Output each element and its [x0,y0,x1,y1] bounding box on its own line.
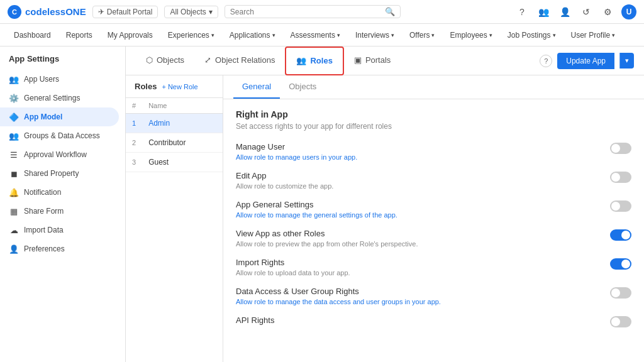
toggle-slider [610,258,631,270]
sidebar-label-groups: Groups & Data Access [24,131,100,140]
right-info: API Rights [236,315,602,327]
toggle-slider [610,316,631,327]
sidebar-item-shared-property[interactable]: ◼ Shared Property [0,164,125,183]
right-item-edit-app: Edit App Allow role to customize the app… [236,171,631,190]
portal-selector[interactable]: ✈ Default Portal [92,6,158,18]
nav-bar: Dashboard Reports My Approvals Experienc… [0,24,644,47]
sidebar-item-share-form[interactable]: ▦ Share Form [0,202,125,221]
model-icon: 🔷 [9,112,19,122]
nav-user-profile[interactable]: User Profile ▾ [565,28,622,42]
tab-object-relations[interactable]: ⤢ Object Relations [194,47,285,75]
new-role-button[interactable]: + New Role [162,83,197,90]
sidebar-item-groups[interactable]: 👥 Groups & Data Access [0,126,125,145]
tab-portals-label: Portals [365,55,391,65]
right-desc: Allow role to manage the data access and… [236,298,602,305]
sidebar-label-share-form: Share Form [24,207,64,216]
sidebar-item-notification[interactable]: 🔔 Notification [0,183,125,202]
sidebar-item-app-users[interactable]: 👥 App Users [0,70,125,89]
sidebar-label-app-model: App Model [24,112,62,121]
roles-sidebar: Roles + New Role # Name 1 Admin [126,75,223,362]
portal-label: Default Portal [107,8,153,16]
rights-section-title: Right in App [236,109,631,119]
right-info: Import Rights Allow role to upload data … [236,258,602,277]
roles-table: # Name 1 Admin 2 Contributor [126,98,223,172]
row-name: Guest [142,153,223,172]
toggle-api-rights[interactable] [610,316,631,327]
toggle-manage-user[interactable] [610,143,631,154]
toggle-view-as-roles[interactable] [610,229,631,241]
right-info: Edit App Allow role to customize the app… [236,171,602,190]
search-input[interactable] [230,8,381,16]
import-icon: ☁ [9,225,19,235]
right-name: Import Rights [236,258,602,267]
toggle-edit-app[interactable] [610,172,631,183]
rights-tab-objects[interactable]: Objects [280,75,325,99]
right-item-import-rights: Import Rights Allow role to upload data … [236,258,631,277]
roles-header: Roles + New Role [126,75,223,98]
col-num: # [126,98,142,114]
table-row[interactable]: 3 Guest [126,153,223,172]
sidebar-item-import-data[interactable]: ☁ Import Data [0,221,125,239]
row-name: Admin [142,114,223,133]
avatar[interactable]: U [621,4,636,19]
right-name: Data Access & User Group Rights [236,287,602,296]
update-app-dropdown-button[interactable]: ▾ [619,53,634,69]
person-icon[interactable]: 👤 [557,4,572,19]
right-item-app-general: App General Settings Allow role to manag… [236,200,631,219]
settings-icon[interactable]: ⚙ [600,4,615,19]
rights-tab-general[interactable]: General [233,75,280,99]
property-icon: ◼ [9,168,19,178]
chevron-down-icon: ▾ [337,32,340,38]
logo-icon: C [8,5,21,19]
right-item-api-rights: API Rights [236,315,631,327]
nav-applications[interactable]: Applications ▾ [223,28,282,42]
sidebar-item-approval-workflow[interactable]: ☰ Approval Workflow [0,145,125,164]
nav-job-postings[interactable]: Job Postings ▾ [501,28,562,42]
nav-employees[interactable]: Employees ▾ [443,28,498,42]
sidebar-label-shared-property: Shared Property [24,169,79,178]
portals-icon: ▣ [354,55,362,65]
right-item-manage-user: Manage User Allow role to manage users i… [236,142,631,161]
toggle-data-access[interactable] [610,287,631,299]
chevron-down-icon: ▾ [211,32,214,38]
sidebar-label-general-settings: General Settings [24,94,80,102]
tabs: ⬡ Objects ⤢ Object Relations 👥 Roles ▣ P… [136,47,401,75]
toggle-import-rights[interactable] [610,258,631,270]
nav-reports[interactable]: Reports [60,28,99,42]
right-desc: Allow role to manage the general setting… [236,211,602,219]
nav-assessments[interactable]: Assessments ▾ [284,28,347,42]
tab-portals[interactable]: ▣ Portals [344,47,401,75]
toggle-slider [610,200,631,212]
help-circle-icon[interactable]: ? [540,55,552,67]
nav-dashboard[interactable]: Dashboard [8,28,57,42]
gear-icon: ⚙️ [9,93,19,103]
sidebar-item-preferences[interactable]: 👤 Preferences [0,239,125,258]
right-name: View App as other Roles [236,229,602,238]
right-desc: Allow role to upload data to your app. [236,269,602,277]
rights-tabs: General Objects [223,75,644,99]
tab-objects[interactable]: ⬡ Objects [136,47,194,75]
nav-approvals[interactable]: My Approvals [101,28,159,42]
object-selector[interactable]: All Objects ▾ [164,6,218,18]
rights-content: Right in App Set access rights to your a… [223,99,644,348]
history-icon[interactable]: ↺ [579,4,594,19]
sidebar-item-app-model[interactable]: 🔷 App Model [0,107,119,126]
rights-panel: General Objects Right in App Set access … [223,75,644,362]
table-row[interactable]: 2 Contributor [126,133,223,153]
sidebar-item-general-settings[interactable]: ⚙️ General Settings [0,89,125,107]
update-app-button[interactable]: Update App [557,53,614,69]
sidebar-label-approval-workflow: Approval Workflow [24,150,87,159]
chevron-down-icon: ▾ [489,32,492,38]
nav-interviews[interactable]: Interviews ▾ [349,28,401,42]
tab-roles[interactable]: 👥 Roles [285,47,343,75]
help-icon[interactable]: ? [514,4,530,19]
toggle-app-general[interactable] [610,200,631,212]
table-row[interactable]: 1 Admin [126,114,223,133]
users-icon[interactable]: 👥 [536,4,551,19]
toggle-slider [610,143,631,154]
search-bar: 🔍 [225,5,401,18]
nav-offers[interactable]: Offers ▾ [403,28,441,42]
tab-relations-label: Object Relations [215,55,275,65]
content-header: ⬡ Objects ⤢ Object Relations 👥 Roles ▣ P… [126,47,644,75]
nav-experiences[interactable]: Experiences ▾ [162,28,221,42]
